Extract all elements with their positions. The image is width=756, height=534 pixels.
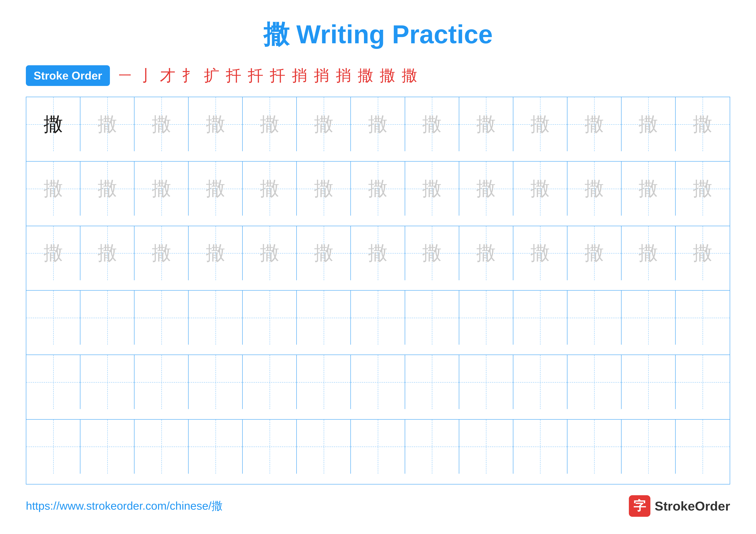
grid-cell-6-4[interactable]	[189, 420, 243, 474]
grid-cell-1-6[interactable]: 撒	[297, 97, 351, 151]
grid-cell-3-11[interactable]: 撒	[567, 226, 622, 280]
grid-cell-6-8[interactable]	[405, 420, 459, 474]
grid-cell-5-12[interactable]	[622, 355, 676, 409]
grid-cell-3-4[interactable]: 撒	[189, 226, 243, 280]
grid-cell-5-9[interactable]	[459, 355, 513, 409]
grid-cell-1-12[interactable]: 撒	[622, 97, 676, 151]
grid-cell-6-9[interactable]	[459, 420, 513, 474]
grid-row-6	[26, 420, 730, 484]
grid-cell-5-13[interactable]	[676, 355, 730, 409]
grid-cell-4-4[interactable]	[189, 291, 243, 345]
grid-cell-6-5[interactable]	[243, 420, 297, 474]
grid-cell-2-3[interactable]: 撒	[134, 162, 189, 216]
footer-url[interactable]: https://www.strokeorder.com/chinese/撒	[26, 498, 223, 514]
grid-cell-4-12[interactable]	[622, 291, 676, 345]
grid-cell-2-1[interactable]: 撒	[26, 162, 80, 216]
grid-cell-5-4[interactable]	[189, 355, 243, 409]
grid-cell-1-13[interactable]: 撒	[676, 97, 730, 151]
practice-char: 撒	[152, 111, 171, 138]
grid-cell-6-1[interactable]	[26, 420, 80, 474]
grid-row-4	[26, 291, 730, 355]
grid-cell-6-11[interactable]	[567, 420, 622, 474]
grid-cell-6-10[interactable]	[513, 420, 567, 474]
practice-char: 撒	[638, 176, 658, 202]
grid-cell-3-9[interactable]: 撒	[459, 226, 513, 280]
stroke-order-badge: Stroke Order	[26, 65, 110, 86]
grid-cell-4-11[interactable]	[567, 291, 622, 345]
grid-cell-3-6[interactable]: 撒	[297, 226, 351, 280]
practice-char: 撒	[206, 111, 225, 138]
grid-cell-3-8[interactable]: 撒	[405, 226, 459, 280]
practice-char: 撒	[152, 176, 171, 202]
grid-cell-6-13[interactable]	[676, 420, 730, 474]
stroke-char-4: 扌	[182, 65, 198, 86]
grid-cell-5-2[interactable]	[80, 355, 134, 409]
grid-cell-5-5[interactable]	[243, 355, 297, 409]
grid-cell-1-10[interactable]: 撒	[513, 97, 567, 151]
practice-char: 撒	[693, 111, 712, 138]
stroke-char-9: 捎	[292, 65, 307, 86]
grid-cell-1-3[interactable]: 撒	[134, 97, 189, 151]
grid-cell-3-1[interactable]: 撒	[26, 226, 80, 280]
grid-cell-2-4[interactable]: 撒	[189, 162, 243, 216]
grid-cell-2-7[interactable]: 撒	[351, 162, 405, 216]
grid-cell-4-6[interactable]	[297, 291, 351, 345]
grid-cell-5-7[interactable]	[351, 355, 405, 409]
grid-cell-3-3[interactable]: 撒	[134, 226, 189, 280]
practice-char: 撒	[260, 111, 279, 138]
grid-cell-2-13[interactable]: 撒	[676, 162, 730, 216]
grid-cell-1-11[interactable]: 撒	[567, 97, 622, 151]
grid-cell-2-6[interactable]: 撒	[297, 162, 351, 216]
stroke-char-7: 扦	[248, 65, 263, 86]
grid-cell-5-11[interactable]	[567, 355, 622, 409]
grid-cell-5-1[interactable]	[26, 355, 80, 409]
grid-cell-4-10[interactable]	[513, 291, 567, 345]
practice-char: 撒	[530, 240, 550, 266]
grid-cell-2-12[interactable]: 撒	[622, 162, 676, 216]
grid-cell-6-3[interactable]	[134, 420, 189, 474]
grid-cell-4-13[interactable]	[676, 291, 730, 345]
grid-cell-1-5[interactable]: 撒	[243, 97, 297, 151]
practice-char: 撒	[97, 111, 117, 138]
grid-cell-3-7[interactable]: 撒	[351, 226, 405, 280]
grid-cell-5-10[interactable]	[513, 355, 567, 409]
grid-cell-2-9[interactable]: 撒	[459, 162, 513, 216]
practice-char: 撒	[476, 111, 496, 138]
grid-cell-4-7[interactable]	[351, 291, 405, 345]
grid-cell-6-2[interactable]	[80, 420, 134, 474]
practice-char: 撒	[43, 240, 63, 266]
strokeorder-logo-icon: 字	[629, 495, 650, 517]
grid-cell-1-8[interactable]: 撒	[405, 97, 459, 151]
grid-cell-4-5[interactable]	[243, 291, 297, 345]
grid-cell-2-10[interactable]: 撒	[513, 162, 567, 216]
grid-cell-1-1[interactable]: 撒	[26, 97, 80, 151]
grid-cell-1-9[interactable]: 撒	[459, 97, 513, 151]
grid-cell-4-9[interactable]	[459, 291, 513, 345]
grid-cell-3-13[interactable]: 撒	[676, 226, 730, 280]
grid-cell-3-10[interactable]: 撒	[513, 226, 567, 280]
grid-cell-5-8[interactable]	[405, 355, 459, 409]
grid-cell-5-6[interactable]	[297, 355, 351, 409]
stroke-char-13: 撒	[380, 65, 395, 86]
grid-cell-6-6[interactable]	[297, 420, 351, 474]
grid-cell-2-11[interactable]: 撒	[567, 162, 622, 216]
grid-cell-2-2[interactable]: 撒	[80, 162, 134, 216]
grid-cell-1-7[interactable]: 撒	[351, 97, 405, 151]
grid-cell-3-12[interactable]: 撒	[622, 226, 676, 280]
grid-cell-3-2[interactable]: 撒	[80, 226, 134, 280]
stroke-char-10: 捎	[314, 65, 329, 86]
grid-cell-6-12[interactable]	[622, 420, 676, 474]
grid-cell-1-4[interactable]: 撒	[189, 97, 243, 151]
grid-cell-4-8[interactable]	[405, 291, 459, 345]
grid-cell-4-3[interactable]	[134, 291, 189, 345]
grid-cell-3-5[interactable]: 撒	[243, 226, 297, 280]
grid-cell-6-7[interactable]	[351, 420, 405, 474]
grid-cell-1-2[interactable]: 撒	[80, 97, 134, 151]
grid-cell-5-3[interactable]	[134, 355, 189, 409]
grid-cell-2-8[interactable]: 撒	[405, 162, 459, 216]
practice-char: 撒	[314, 111, 334, 138]
grid-cell-2-5[interactable]: 撒	[243, 162, 297, 216]
grid-cell-4-2[interactable]	[80, 291, 134, 345]
practice-char: 撒	[314, 240, 334, 266]
grid-cell-4-1[interactable]	[26, 291, 80, 345]
